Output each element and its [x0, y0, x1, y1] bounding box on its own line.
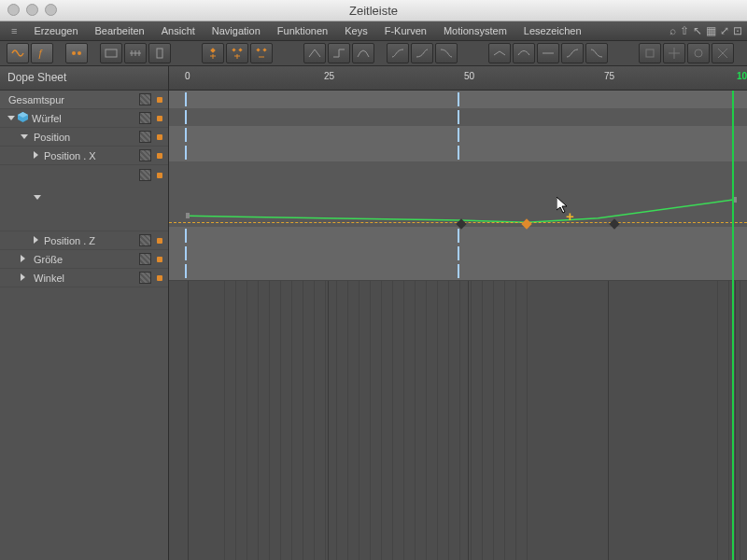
- track-lane[interactable]: [169, 245, 747, 263]
- track-controls[interactable]: [139, 272, 162, 284]
- track-lane[interactable]: [169, 126, 747, 145]
- tangent-flat-button[interactable]: [537, 43, 559, 63]
- menu-keys[interactable]: Keys: [337, 23, 374, 38]
- nav-up-icon[interactable]: ⇧: [679, 24, 690, 37]
- track-lane[interactable]: [169, 227, 747, 245]
- menu-ansicht[interactable]: Ansicht: [154, 23, 203, 38]
- track-row[interactable]: Größe: [0, 250, 168, 269]
- keyframe[interactable]: [458, 146, 459, 160]
- linear-tangent-button[interactable]: [303, 43, 326, 63]
- solo-toggle[interactable]: [157, 238, 162, 244]
- menu-funktionen[interactable]: Funktionen: [270, 23, 335, 38]
- collapse-icon[interactable]: [34, 193, 42, 202]
- solo-toggle[interactable]: [157, 173, 162, 178]
- track-lane[interactable]: [169, 108, 747, 127]
- tangent-weighted-button[interactable]: [561, 43, 584, 63]
- expand-icon[interactable]: [34, 151, 42, 160]
- mute-toggle[interactable]: [139, 234, 151, 246]
- track-row[interactable]: Position . X: [0, 147, 168, 165]
- snap-3-button[interactable]: [687, 43, 710, 63]
- track-lane[interactable]: [169, 144, 747, 162]
- track-row[interactable]: Würfel: [0, 109, 168, 128]
- menu-fkurven[interactable]: F-Kurven: [377, 23, 434, 38]
- menu-lesezeichen[interactable]: Lesezeichen: [516, 23, 589, 38]
- mute-toggle[interactable]: [139, 149, 151, 161]
- spline-tangent-button[interactable]: [352, 43, 374, 63]
- track-controls[interactable]: [139, 112, 162, 124]
- mute-toggle[interactable]: [139, 93, 151, 105]
- track-tree[interactable]: GesamtspurWürfelPositionPosition . XPosi…: [0, 91, 168, 560]
- keyframe[interactable]: [458, 264, 459, 278]
- menu-icon[interactable]: ≡: [4, 23, 24, 38]
- minimize-icon[interactable]: [26, 4, 38, 16]
- solo-toggle[interactable]: [157, 134, 162, 140]
- menu-motionsystem[interactable]: Motionsystem: [436, 23, 514, 38]
- menu-erzeugen[interactable]: Erzeugen: [26, 23, 85, 38]
- keyframe[interactable]: [458, 128, 459, 142]
- track-row[interactable]: Gesamtspur: [0, 91, 168, 109]
- keyframe[interactable]: [458, 229, 459, 243]
- track-controls[interactable]: [139, 253, 162, 265]
- motion-mode-button[interactable]: [65, 43, 88, 63]
- dopesheet-mode-button[interactable]: [7, 43, 29, 63]
- snap-4-button[interactable]: [712, 43, 734, 63]
- key-add-multi-button[interactable]: [226, 43, 248, 63]
- ease-tool-2-button[interactable]: [411, 43, 433, 63]
- keyframe[interactable]: [185, 246, 187, 260]
- frame-selected-button[interactable]: [124, 43, 147, 63]
- frame-range-button[interactable]: [148, 43, 171, 63]
- keyframe[interactable]: [185, 146, 187, 160]
- track-row[interactable]: Position . Y: [0, 165, 168, 231]
- collapse-icon[interactable]: [21, 133, 29, 141]
- pointer-icon[interactable]: ↖: [692, 24, 703, 37]
- tangent-clamp-button[interactable]: [585, 43, 608, 63]
- solo-toggle[interactable]: [157, 116, 162, 121]
- track-controls[interactable]: [139, 234, 162, 246]
- solo-toggle[interactable]: [157, 257, 162, 262]
- grid-icon[interactable]: ▦: [705, 24, 717, 37]
- solo-toggle[interactable]: [157, 153, 162, 159]
- fcurve[interactable]: [169, 161, 747, 227]
- track-controls[interactable]: [139, 93, 162, 105]
- playhead[interactable]: [732, 91, 734, 560]
- frame-all-button[interactable]: [100, 43, 122, 63]
- ease-tool-1-button[interactable]: [387, 43, 409, 63]
- tracks-area[interactable]: +: [169, 91, 747, 560]
- solo-toggle[interactable]: [157, 97, 162, 103]
- collapse-icon[interactable]: [7, 114, 16, 122]
- snap-2-button[interactable]: [663, 43, 685, 63]
- keyframe[interactable]: [185, 128, 187, 142]
- track-row[interactable]: Position . Z: [0, 231, 168, 250]
- fcurve-mode-button[interactable]: ƒ: [31, 43, 53, 63]
- time-ruler[interactable]: 0255075100: [169, 66, 747, 91]
- mute-toggle[interactable]: [139, 272, 151, 284]
- track-controls[interactable]: [139, 149, 162, 161]
- snap-1-button[interactable]: [639, 43, 661, 63]
- expand-icon[interactable]: [21, 255, 29, 263]
- mute-toggle[interactable]: [139, 131, 151, 143]
- curve-endpoint[interactable]: [186, 213, 190, 218]
- keyframe[interactable]: [185, 229, 187, 243]
- menu-navigation[interactable]: Navigation: [204, 23, 268, 38]
- keyframe[interactable]: [458, 92, 459, 106]
- search-icon[interactable]: ⌕: [669, 24, 677, 37]
- expand-icon[interactable]: ⤢: [719, 24, 730, 37]
- track-lane[interactable]: [169, 91, 747, 109]
- track-row[interactable]: Winkel: [0, 269, 168, 287]
- keyframe[interactable]: [458, 246, 459, 260]
- mute-toggle[interactable]: [139, 169, 151, 181]
- keyframe[interactable]: [185, 92, 187, 106]
- keyframe[interactable]: [185, 264, 187, 278]
- timeline-panel[interactable]: 0255075100 +: [169, 66, 747, 560]
- track-controls[interactable]: [139, 169, 162, 181]
- tangent-break-button[interactable]: [488, 43, 511, 63]
- ease-tool-3-button[interactable]: [435, 43, 458, 63]
- key-add-button[interactable]: [202, 43, 224, 63]
- window-controls[interactable]: [7, 4, 57, 16]
- expand-icon[interactable]: [34, 236, 42, 245]
- keyframe[interactable]: [458, 110, 459, 124]
- more-icon[interactable]: ⊡: [732, 24, 743, 37]
- menu-bearbeiten[interactable]: Bearbeiten: [88, 23, 152, 38]
- tangent-auto-button[interactable]: [513, 43, 535, 63]
- close-icon[interactable]: [7, 4, 20, 16]
